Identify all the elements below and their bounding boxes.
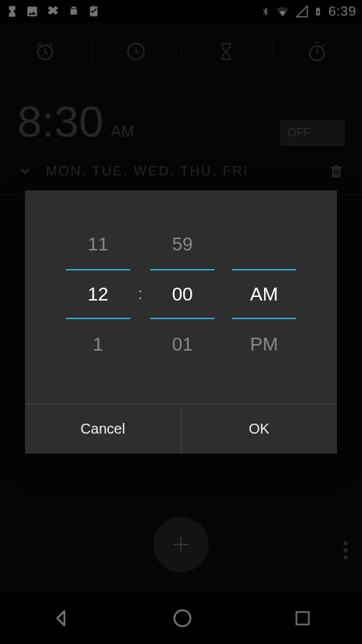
time-separator: :	[138, 285, 142, 303]
ok-button[interactable]: OK	[181, 404, 338, 454]
minute-below[interactable]: 01	[172, 319, 193, 369]
minute-current[interactable]: 00	[150, 269, 215, 319]
hour-below[interactable]: 1	[93, 319, 103, 369]
hour-picker[interactable]: 11 12 1	[62, 219, 134, 369]
hour-current[interactable]: 12	[66, 269, 130, 319]
cancel-button[interactable]: Cancel	[25, 404, 181, 454]
period-picker[interactable]: AM PM	[228, 219, 300, 369]
time-picker-dialog: 11 12 1 : 59 00 01 AM PM Cancel OK	[25, 190, 337, 454]
period-below[interactable]: PM	[250, 319, 278, 369]
dialog-buttons: Cancel OK	[25, 404, 337, 454]
minute-above[interactable]: 59	[172, 219, 193, 269]
time-picker: 11 12 1 : 59 00 01 AM PM	[25, 190, 337, 404]
dialog-scrim[interactable]: 11 12 1 : 59 00 01 AM PM Cancel OK	[0, 0, 362, 644]
minute-picker[interactable]: 59 00 01	[147, 219, 218, 369]
hour-above[interactable]: 11	[87, 219, 108, 269]
period-current[interactable]: AM	[232, 269, 296, 319]
